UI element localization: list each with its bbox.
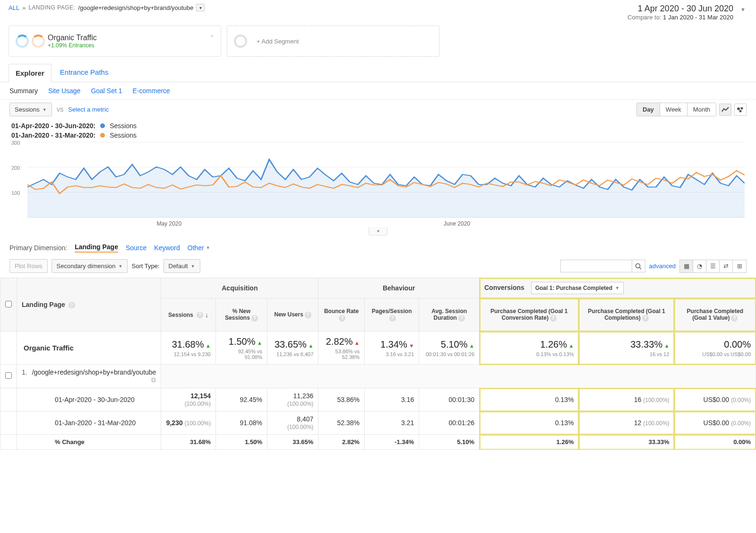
- donut-orange-icon: [32, 35, 45, 48]
- view-table-icon[interactable]: ▦: [680, 260, 693, 272]
- line-chart-icon[interactable]: [719, 104, 731, 116]
- help-icon[interactable]: ?: [305, 312, 311, 318]
- arrow-up-icon: ▲: [569, 343, 574, 349]
- chevron-down-icon: ⌄: [209, 31, 215, 38]
- col-sessions[interactable]: Sessions? ↓: [161, 298, 216, 332]
- add-segment-label: + Add Segment: [257, 38, 299, 45]
- primary-dimension-keyword[interactable]: Keyword: [154, 244, 180, 252]
- y-tick-100: 100: [11, 190, 20, 196]
- sessions-line-chart[interactable]: [27, 142, 745, 218]
- chart-expand-handle[interactable]: ▾: [369, 227, 387, 236]
- advanced-link[interactable]: advanced: [649, 262, 676, 270]
- date-row-label: 01-Apr-2020 - 30-Jun-2020: [17, 388, 161, 411]
- segment-title: Organic Traffic: [48, 34, 97, 42]
- view-pie-icon[interactable]: ◔: [693, 260, 706, 272]
- help-icon[interactable]: ?: [642, 315, 649, 322]
- table-search-input[interactable]: [561, 260, 632, 272]
- breadcrumb-label: LANDING PAGE:: [28, 4, 75, 11]
- period-day[interactable]: Day: [637, 103, 660, 116]
- legend-metric-1: Sessions: [110, 122, 137, 130]
- date-range-compare-label: Compare to:: [627, 14, 662, 21]
- primary-dimension-landing-page[interactable]: Landing Page: [75, 243, 118, 253]
- row-checkbox[interactable]: [5, 372, 12, 379]
- subtab-site-usage[interactable]: Site Usage: [48, 87, 80, 95]
- primary-dimension-other[interactable]: Other ▼: [188, 244, 210, 252]
- view-bars-icon[interactable]: ☰: [706, 260, 720, 272]
- secondary-dimension-label: Secondary dimension: [57, 262, 116, 270]
- dot-blue-icon: [100, 123, 105, 128]
- arrow-up-icon: ▲: [257, 340, 262, 346]
- landing-page-path[interactable]: /google+redesign/shop+by+brand/youtube: [32, 368, 156, 376]
- sort-type-dropdown[interactable]: Default ▼: [163, 259, 200, 273]
- help-icon[interactable]: ?: [251, 315, 258, 322]
- subtab-ecommerce[interactable]: E-commerce: [133, 87, 170, 95]
- period-toggle: Day Week Month: [636, 103, 716, 116]
- summary-label: Organic Traffic: [17, 332, 161, 365]
- legend-range-1: 01-Apr-2020 - 30-Jun-2020:: [11, 122, 95, 130]
- breadcrumb-value: /google+redesign/shop+by+brand/youtube: [78, 4, 193, 11]
- help-icon[interactable]: ?: [389, 315, 396, 322]
- help-icon[interactable]: ?: [458, 315, 465, 322]
- tab-entrance-paths[interactable]: Entrance Paths: [53, 63, 115, 82]
- chevron-down-icon: ▼: [43, 107, 47, 112]
- chevron-down-icon: ▼: [191, 264, 195, 269]
- col-new-users[interactable]: New Users?: [267, 298, 318, 332]
- subtab-summary[interactable]: Summary: [9, 87, 38, 95]
- col-avg-duration[interactable]: Avg. Session Duration?: [419, 298, 480, 332]
- col-new-sessions[interactable]: % New Sessions?: [216, 298, 267, 332]
- secondary-dimension-dropdown[interactable]: Secondary dimension ▼: [52, 259, 128, 273]
- select-all-checkbox[interactable]: [5, 301, 12, 307]
- col-group-behaviour: Behaviour: [318, 278, 480, 298]
- bubble-chart-icon[interactable]: [734, 104, 747, 116]
- col-completions[interactable]: Purchase Completed (Goal 1 Completions)?: [579, 298, 674, 332]
- segment-organic-traffic[interactable]: Organic Traffic +1.09% Entrances ⌄: [9, 26, 221, 57]
- search-icon[interactable]: [632, 260, 645, 272]
- arrow-down-icon: ▼: [409, 343, 414, 349]
- tab-explorer[interactable]: Explorer: [9, 64, 52, 82]
- help-icon[interactable]: ?: [197, 312, 203, 318]
- help-icon[interactable]: ?: [339, 315, 345, 322]
- col-bounce-rate[interactable]: Bounce Rate?: [318, 298, 365, 332]
- goal-select-dropdown[interactable]: Goal 1: Purchase Completed ▼: [531, 282, 624, 294]
- breadcrumb-all[interactable]: ALL: [9, 4, 19, 11]
- table-row: 01-Jan-2020 - 31-Mar-2020 9,230 (100.00%…: [0, 411, 756, 435]
- metric-sessions-label: Sessions: [15, 106, 40, 113]
- select-metric-link[interactable]: Select a metric: [68, 106, 109, 113]
- col-conv-rate[interactable]: Purchase Completed (Goal 1 Conversion Ra…: [480, 298, 579, 332]
- svg-point-0: [737, 107, 740, 110]
- sort-type-label: Sort Type:: [131, 262, 159, 270]
- help-icon[interactable]: ?: [731, 315, 738, 322]
- row-index: 1.: [22, 368, 27, 376]
- date-range-primary: 1 Apr 2020 - 30 Jun 2020: [627, 4, 733, 14]
- add-segment-button[interactable]: + Add Segment: [227, 26, 439, 57]
- period-month[interactable]: Month: [687, 103, 716, 116]
- breadcrumb-dropdown[interactable]: ▾: [196, 4, 205, 11]
- arrow-up-icon: ▲: [206, 343, 211, 349]
- col-pages-session[interactable]: Pages/Session?: [364, 298, 419, 332]
- primary-dimension-label: Primary Dimension:: [9, 244, 67, 252]
- col-goal-value[interactable]: Purchase Completed (Goal 1 Value)?: [674, 298, 756, 332]
- help-icon[interactable]: ?: [69, 302, 75, 308]
- vs-label: VS: [57, 107, 64, 113]
- summary-row: Organic Traffic 31.68% ▲12,154 vs 9,230 …: [0, 332, 756, 365]
- svg-point-1: [741, 107, 743, 109]
- donut-blue-icon: [16, 35, 29, 48]
- view-compare-icon[interactable]: ⇄: [720, 260, 733, 272]
- primary-dimension-source[interactable]: Source: [126, 244, 146, 252]
- segment-subtitle: +1.09% Entrances: [48, 42, 97, 49]
- view-pivot-icon[interactable]: ⊞: [733, 260, 746, 272]
- legend-range-2: 01-Jan-2020 - 31-Mar-2020:: [11, 131, 95, 139]
- date-range-picker[interactable]: 1 Apr 2020 - 30 Jun 2020 Compare to: 1 J…: [627, 4, 747, 21]
- arrow-up-icon: ▲: [308, 343, 313, 349]
- arrow-up-red-icon: ▲: [354, 340, 360, 346]
- svg-point-2: [739, 110, 742, 112]
- table-row: 1./google+redesign/shop+by+brand/youtube…: [0, 365, 756, 388]
- sort-type-value: Default: [169, 262, 188, 270]
- metric-sessions-dropdown[interactable]: Sessions ▼: [9, 103, 52, 116]
- arrow-up-icon: ▲: [664, 343, 670, 349]
- period-week[interactable]: Week: [660, 103, 687, 116]
- dot-orange-icon: [100, 133, 105, 138]
- external-link-icon[interactable]: ⧉: [151, 376, 156, 384]
- help-icon[interactable]: ?: [550, 315, 557, 322]
- subtab-goal-set-1[interactable]: Goal Set 1: [91, 87, 122, 95]
